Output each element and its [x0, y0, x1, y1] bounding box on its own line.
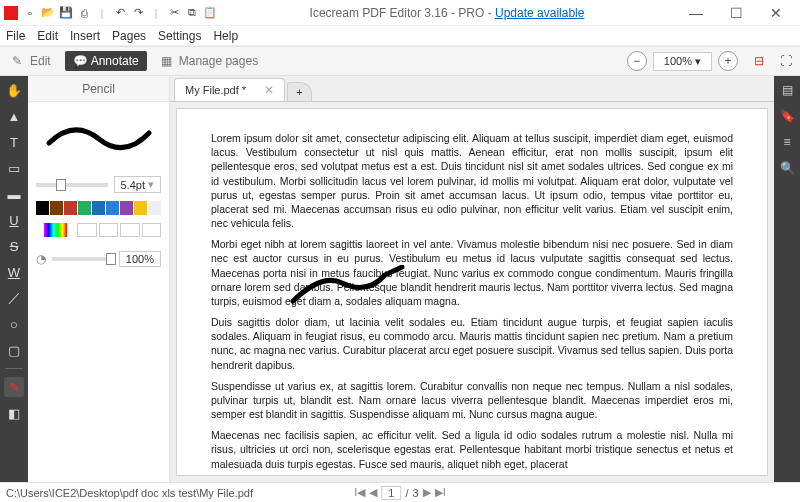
tab-label: My File.pdf *	[185, 84, 246, 96]
split-view-icon[interactable]: ⊟	[754, 54, 770, 68]
stroke-preview	[28, 102, 169, 172]
paragraph: Maecenas nec facilisis sapien, ac effici…	[211, 428, 733, 471]
pattern-row	[28, 219, 169, 241]
copy-icon[interactable]: ⧉	[184, 5, 200, 21]
color-swatches	[28, 197, 169, 219]
fullscreen-icon[interactable]: ⛶	[780, 54, 796, 68]
document-area: My File.pdf * ✕ + Lorem ipsum dolor sit …	[170, 76, 774, 482]
new-icon[interactable]: ▫	[22, 5, 38, 21]
paragraph: Duis sagittis dolor diam, ut lacinia vel…	[211, 315, 733, 372]
bookmark-icon[interactable]: 🔖	[779, 108, 795, 124]
quick-access: ▫ 📂 💾 ⎙ | ↶ ↷ | ✂ ⧉ 📋	[22, 5, 218, 21]
stroke-slider[interactable]	[36, 183, 108, 187]
tool-sep	[5, 368, 23, 369]
color-swatch[interactable]	[64, 201, 77, 215]
file-path: C:\Users\ICE2\Desktop\pdf doc xls test\M…	[6, 487, 253, 499]
color-swatch[interactable]	[106, 201, 119, 215]
note-tool[interactable]: ▭	[4, 158, 24, 178]
attachments-icon[interactable]: ≡	[779, 134, 795, 150]
next-page-button[interactable]: ▶	[423, 486, 431, 499]
color-swatch[interactable]	[134, 201, 147, 215]
paragraph: Suspendisse ut varius ex, at sagittis lo…	[211, 379, 733, 422]
page-navigator: I◀ ◀ 1 / 3 ▶ ▶I	[354, 486, 445, 500]
first-page-button[interactable]: I◀	[354, 486, 365, 499]
speech-icon: 💬	[73, 54, 87, 68]
pencil-icon: ✎	[12, 54, 26, 68]
eraser-tool[interactable]: ◧	[4, 403, 24, 423]
app-icon	[4, 6, 18, 20]
close-button[interactable]: ✕	[756, 5, 796, 21]
save-icon[interactable]: 💾	[58, 5, 74, 21]
stroke-value[interactable]: 5.4pt▾	[114, 176, 161, 193]
select-tool[interactable]: ▲	[4, 106, 24, 126]
circle-tool[interactable]: ○	[4, 314, 24, 334]
rect-tool[interactable]: ▢	[4, 340, 24, 360]
maximize-button[interactable]: ☐	[716, 5, 756, 21]
main-area: ✋ ▲ T ▭ ▬ U S W ／ ○ ▢ ✎ ◧ Pencil 5.4pt▾	[0, 76, 800, 482]
menu-help[interactable]: Help	[213, 29, 238, 43]
opacity-slider[interactable]	[52, 257, 113, 261]
hand-tool[interactable]: ✋	[4, 80, 24, 100]
search-icon[interactable]: 🔍	[779, 160, 795, 176]
zoom-in-button[interactable]: +	[718, 51, 738, 71]
pattern-swatch[interactable]	[77, 223, 96, 237]
grid-icon: ▦	[161, 54, 175, 68]
annotate-mode-button[interactable]: 💬 Annotate	[65, 51, 147, 71]
pattern-swatch[interactable]	[142, 223, 161, 237]
edit-mode-button[interactable]: ✎ Edit	[4, 51, 59, 71]
file-tab[interactable]: My File.pdf * ✕	[174, 78, 285, 101]
pencil-tool[interactable]: ✎	[4, 377, 24, 397]
menu-bar: File Edit Insert Pages Settings Help	[0, 26, 800, 46]
tab-close-icon[interactable]: ✕	[264, 83, 274, 97]
prev-page-button[interactable]: ◀	[369, 486, 377, 499]
page-sep: /	[405, 487, 408, 499]
color-swatch[interactable]	[78, 201, 91, 215]
text-tool[interactable]: T	[4, 132, 24, 152]
zoom-level[interactable]: 100% ▾	[653, 52, 712, 71]
highlight-tool[interactable]: ▬	[4, 184, 24, 204]
thumbnails-icon[interactable]: ▤	[779, 82, 795, 98]
undo-icon[interactable]: ↶	[112, 5, 128, 21]
menu-edit[interactable]: Edit	[37, 29, 58, 43]
right-strip: ▤ 🔖 ≡ 🔍	[774, 76, 800, 482]
menu-pages[interactable]: Pages	[112, 29, 146, 43]
drop-icon: ◔	[36, 252, 46, 266]
minimize-button[interactable]: —	[676, 5, 716, 21]
sep: |	[94, 5, 110, 21]
print-icon[interactable]: ⎙	[76, 5, 92, 21]
cut-icon[interactable]: ✂	[166, 5, 182, 21]
page-total: 3	[413, 487, 419, 499]
sep: |	[148, 5, 164, 21]
strikeout-tool[interactable]: S	[4, 236, 24, 256]
paste-icon[interactable]: 📋	[202, 5, 218, 21]
update-link[interactable]: Update available	[495, 6, 584, 20]
page-view[interactable]: Lorem ipsum dolor sit amet, consectetur …	[176, 108, 768, 476]
color-picker-icon[interactable]	[44, 223, 67, 237]
line-tool[interactable]: ／	[4, 288, 24, 308]
menu-settings[interactable]: Settings	[158, 29, 201, 43]
paragraph: Lorem ipsum dolor sit amet, consectetur …	[211, 131, 733, 230]
properties-panel: Pencil 5.4pt▾ ◔ 10	[28, 76, 170, 482]
last-page-button[interactable]: ▶I	[435, 486, 446, 499]
color-swatch[interactable]	[50, 201, 63, 215]
redo-icon[interactable]: ↷	[130, 5, 146, 21]
color-swatch[interactable]	[148, 201, 161, 215]
zoom-out-button[interactable]: −	[627, 51, 647, 71]
opacity-value[interactable]: 100%	[119, 251, 161, 267]
color-swatch[interactable]	[36, 201, 49, 215]
underline-tool[interactable]: U	[4, 210, 24, 230]
menu-insert[interactable]: Insert	[70, 29, 100, 43]
tool-strip: ✋ ▲ T ▭ ▬ U S W ／ ○ ▢ ✎ ◧	[0, 76, 28, 482]
add-tab-button[interactable]: +	[287, 82, 311, 101]
color-swatch[interactable]	[92, 201, 105, 215]
page-current-input[interactable]: 1	[381, 486, 401, 500]
wavy-tool[interactable]: W	[4, 262, 24, 282]
manage-pages-button[interactable]: ▦ Manage pages	[153, 51, 266, 71]
pattern-swatch[interactable]	[99, 223, 118, 237]
menu-file[interactable]: File	[6, 29, 25, 43]
panel-title: Pencil	[28, 76, 169, 102]
document-tabs: My File.pdf * ✕ +	[170, 76, 774, 102]
color-swatch[interactable]	[120, 201, 133, 215]
pattern-swatch[interactable]	[120, 223, 139, 237]
open-icon[interactable]: 📂	[40, 5, 56, 21]
